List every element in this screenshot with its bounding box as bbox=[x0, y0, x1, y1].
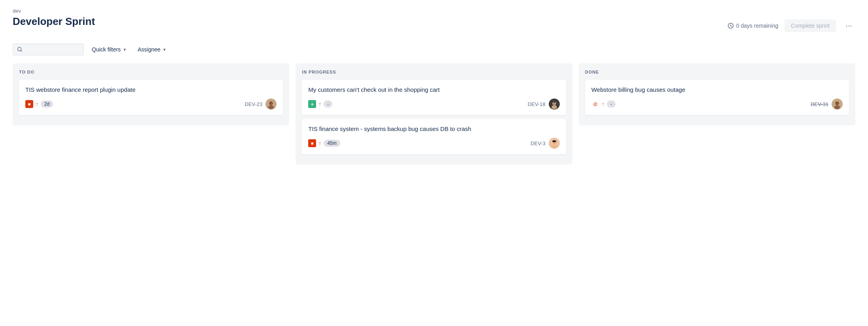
card-footer-right: DEV-3 bbox=[531, 138, 560, 149]
card-footer: ■↑2dDEV-23 bbox=[25, 99, 277, 110]
svg-point-9 bbox=[552, 105, 557, 109]
priority-icon: ↑ bbox=[318, 140, 321, 146]
card[interactable]: My customers can't check out in the shop… bbox=[302, 80, 566, 115]
column-todo: TO DOTIS webstore finance report plugin … bbox=[13, 63, 289, 125]
card-footer: ⊘↑-DEV-31 bbox=[591, 99, 843, 110]
story-icon: ■ bbox=[25, 100, 33, 108]
card-title: My customers can't check out in the shop… bbox=[308, 85, 559, 94]
issue-id: DEV-3 bbox=[531, 140, 546, 146]
avatar bbox=[549, 99, 560, 110]
column-inprogress: IN PROGRESSMy customers can't check out … bbox=[296, 63, 572, 165]
clock-icon bbox=[728, 23, 734, 29]
svg-point-6 bbox=[272, 102, 273, 103]
svg-point-21 bbox=[838, 102, 838, 103]
issue-id: DEV-23 bbox=[245, 101, 263, 107]
time-badge: - bbox=[324, 100, 332, 108]
chevron-down-icon: ▼ bbox=[163, 47, 167, 52]
column-header-todo: TO DO bbox=[19, 70, 283, 74]
column-header-done: DONE bbox=[585, 70, 849, 74]
svg-point-14 bbox=[552, 144, 557, 148]
more-options-button[interactable]: ··· bbox=[842, 19, 855, 32]
svg-point-19 bbox=[834, 105, 840, 109]
card-title: TIS finance system - systems backup bug … bbox=[308, 125, 559, 133]
priority-icon: ↑ bbox=[602, 101, 605, 107]
svg-point-10 bbox=[553, 102, 554, 103]
column-done: DONEWebstore billing bug causes outage⊘↑… bbox=[579, 63, 855, 125]
card-footer: +↑-DEV-18 bbox=[308, 99, 559, 110]
svg-point-20 bbox=[836, 102, 837, 103]
quick-filters-button[interactable]: Quick filters ▼ bbox=[89, 44, 130, 55]
card-footer-right: DEV-31 bbox=[811, 99, 843, 110]
time-badge: 45m bbox=[324, 140, 340, 147]
chevron-down-icon: ▼ bbox=[123, 47, 127, 52]
card[interactable]: Webstore billing bug causes outage⊘↑-DEV… bbox=[585, 80, 849, 115]
story-icon: ■ bbox=[308, 139, 316, 147]
search-icon bbox=[17, 47, 23, 52]
card-footer-right: DEV-18 bbox=[528, 99, 560, 110]
card[interactable]: TIS finance system - systems backup bug … bbox=[302, 119, 566, 154]
priority-icon: ↑ bbox=[36, 101, 38, 107]
svg-point-3 bbox=[269, 101, 273, 105]
page-title: Developer Sprint bbox=[13, 15, 95, 28]
avatar bbox=[549, 138, 560, 149]
toolbar: Quick filters ▼ Assignee ▼ bbox=[13, 44, 855, 55]
time-badge: - bbox=[607, 100, 616, 108]
card-footer: ■↑45mDEV-3 bbox=[308, 138, 559, 149]
ban-icon: ⊘ bbox=[591, 100, 599, 108]
bug-icon: + bbox=[308, 100, 316, 108]
breadcrumb: dev bbox=[13, 8, 855, 14]
issue-id: DEV-18 bbox=[528, 101, 546, 107]
svg-point-11 bbox=[555, 102, 555, 103]
card[interactable]: TIS webstore finance report plugin updat… bbox=[19, 80, 283, 115]
top-bar: Developer Sprint 0 days remaining Comple… bbox=[13, 15, 855, 36]
issue-id: DEV-31 bbox=[811, 101, 828, 107]
avatar bbox=[832, 99, 843, 110]
priority-icon: ↑ bbox=[318, 101, 321, 107]
days-remaining: 0 days remaining bbox=[728, 23, 779, 29]
time-badge: 2d bbox=[41, 100, 53, 108]
card-footer-right: DEV-23 bbox=[245, 99, 277, 110]
svg-point-5 bbox=[270, 102, 271, 103]
complete-sprint-button[interactable]: Complete sprint bbox=[785, 19, 836, 32]
board: TO DOTIS webstore finance report plugin … bbox=[13, 63, 855, 165]
search-input[interactable] bbox=[25, 46, 76, 53]
avatar bbox=[265, 99, 277, 110]
card-title: TIS webstore finance report plugin updat… bbox=[25, 85, 277, 94]
search-box[interactable] bbox=[13, 44, 84, 55]
column-header-inprogress: IN PROGRESS bbox=[302, 70, 566, 74]
assignee-filter-button[interactable]: Assignee ▼ bbox=[135, 44, 170, 55]
svg-point-4 bbox=[268, 105, 274, 109]
svg-point-18 bbox=[835, 101, 839, 105]
card-title: Webstore billing bug causes outage bbox=[591, 85, 843, 94]
